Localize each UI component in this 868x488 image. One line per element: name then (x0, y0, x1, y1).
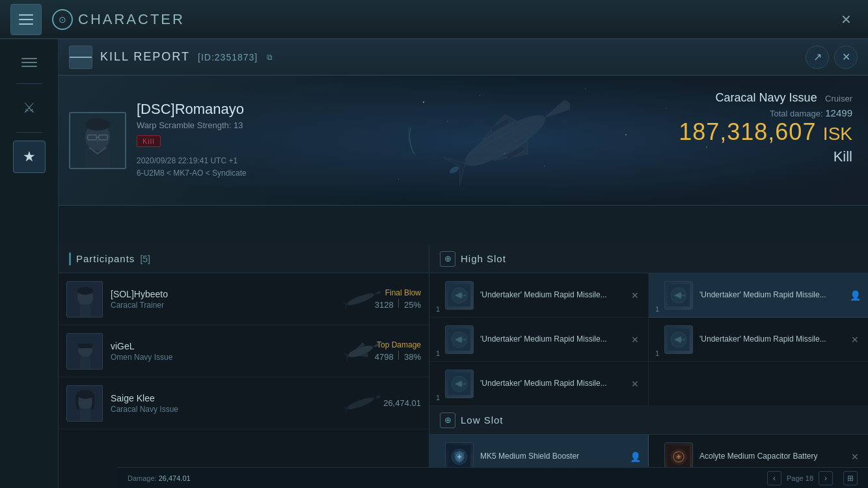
sidebar-divider-1 (16, 83, 42, 84)
participant-row[interactable]: Saige Klee Caracal Navy Issue 26,474.01 (59, 377, 429, 429)
slot-x-2[interactable]: ✕ (629, 333, 642, 346)
participant-avatar-2 (66, 333, 103, 370)
kr-title: KILL REPORT (100, 50, 190, 64)
participant-info-2: viGeL Omen Navy Issue (111, 341, 367, 362)
participants-count: [5] (140, 254, 150, 264)
participants-title: Participants (76, 253, 135, 264)
slot-qty-1r: 1 (655, 305, 659, 313)
participant-stats-1: Final Blow 3128 25% (375, 288, 421, 310)
svg-rect-21 (80, 357, 90, 370)
participant-numbers-1: 3128 25% (375, 299, 421, 310)
pilot-warp: Warp Scramble Strength: 13 (137, 120, 247, 130)
high-slot-item-2[interactable]: 1 'Undertaker' Medium Rapid Missile... ✕ (429, 318, 649, 362)
top-damage-label: Top Damage (375, 340, 421, 349)
high-slot-item-1[interactable]: 1 'Undertaker' Medium Rapid Missile... ✕ (429, 273, 649, 318)
slot-qty-1: 1 (436, 305, 440, 313)
slot-name-2r: 'Undertaker' Medium Rapid Missile... (699, 334, 842, 345)
isk-label: ISK (823, 124, 852, 144)
slot-x-3[interactable]: ✕ (629, 377, 642, 390)
character-icon: ⊙ (52, 9, 73, 30)
participant-row[interactable]: [SOL]Hybeeto Caracal Trainer Final Blow … (59, 273, 429, 325)
page-title: CHARACTER (78, 11, 185, 28)
export-button[interactable]: ↗ (806, 46, 829, 69)
main-panel: KILL REPORT [ID:2351873] ⧉ ↗ ✕ (59, 39, 868, 488)
sidebar-item-favorites[interactable]: ★ (13, 141, 46, 173)
participant-numbers-2: 4798 38% (375, 351, 421, 362)
participant-ship-3: Caracal Navy Issue (111, 405, 375, 414)
participant-numbers-3: 26,474.01 (383, 398, 421, 408)
next-page-button[interactable]: › (819, 471, 833, 485)
slots-panel: ⊕ High Slot 1 (429, 245, 868, 488)
slot-qty-3: 1 (436, 394, 440, 401)
pilot-name: [DSC]Romanayo (137, 101, 247, 118)
low-slot-icon: ⊕ (440, 413, 455, 428)
kr-actions: ↗ ✕ (806, 46, 858, 69)
left-sidebar: ⚔ ★ (0, 39, 59, 488)
participant-info-3: Saige Klee Caracal Navy Issue (111, 393, 375, 414)
high-slot-empty (649, 362, 868, 406)
bottom-bar: Damage: 26,474.01 ‹ Page 18 › ⊞ (117, 467, 868, 488)
high-slot-icon: ⊕ (440, 251, 455, 267)
kr-menu-button[interactable] (69, 46, 92, 69)
missile-icon-2 (445, 325, 474, 354)
slot-x-1[interactable]: ✕ (629, 289, 642, 302)
participant-avatar-3 (66, 385, 103, 422)
kill-report-header: KILL REPORT [ID:2351873] ⧉ ↗ ✕ (59, 39, 868, 75)
prev-page-button[interactable]: ‹ (767, 471, 781, 485)
header-accent (69, 252, 71, 265)
kill-result-label: Kill (679, 148, 852, 165)
main-menu-button[interactable] (10, 4, 42, 35)
kill-stats: Caracal Navy Issue Cruiser Total damage:… (679, 91, 852, 165)
slot-x-2r[interactable]: ✕ (848, 333, 861, 346)
copy-icon[interactable]: ⧉ (267, 53, 273, 62)
svg-rect-27 (80, 409, 90, 422)
participant-name-2: viGeL (111, 341, 367, 351)
slot-qty-2: 1 (436, 349, 440, 357)
slot-qty-2r: 1 (655, 349, 659, 357)
participant-info-1: [SOL]Hybeeto Caracal Trainer (111, 289, 367, 310)
ship-class: Cruiser (825, 94, 852, 103)
high-slot-header: ⊕ High Slot (429, 245, 868, 273)
slot-x-low-1r[interactable]: ✕ (848, 450, 861, 463)
page-label: Page 18 (787, 474, 813, 482)
participant-ship-2: Omen Navy Issue (111, 353, 367, 362)
filter-button[interactable]: ⊞ (843, 471, 858, 485)
slot-name-1r: 'Undertaker' Medium Rapid Missile... (699, 290, 842, 301)
lower-section: Participants [5] [SOL]Hybeeto Caracal Tr… (59, 245, 868, 488)
ship-name: Caracal Navy Issue (716, 91, 817, 104)
ship-display (401, 82, 609, 199)
low-slot-title: Low Slot (461, 414, 504, 426)
high-slot-item-3[interactable]: 1 'Undertaker' Medium Rapid Missile... ✕ (429, 362, 649, 406)
svg-point-3 (85, 118, 110, 130)
sidebar-menu-button[interactable] (13, 49, 46, 75)
slot-name-3: 'Undertaker' Medium Rapid Missile... (480, 378, 622, 389)
close-kr-button[interactable]: ✕ (834, 46, 858, 69)
pilot-avatar (69, 112, 126, 169)
kill-badge: Kill (137, 135, 161, 147)
participant-stats-3: 26,474.01 (383, 398, 421, 408)
final-blow-label: Final Blow (375, 288, 421, 297)
sidebar-item-combat[interactable]: ⚔ (13, 92, 46, 124)
participant-avatar-1 (66, 281, 103, 318)
kill-info-bar: [DSC]Romanayo Warp Scramble Strength: 13… (59, 75, 868, 206)
slot-name-1: 'Undertaker' Medium Rapid Missile... (480, 290, 622, 301)
participant-name-3: Saige Klee (111, 393, 375, 403)
high-slot-item-2r[interactable]: 1 'Undertaker' Medium Rapid Missile... ✕ (649, 318, 868, 362)
pagination: ‹ Page 18 › ⊞ (767, 471, 858, 485)
svg-rect-16 (80, 305, 90, 318)
high-slot-item-1r[interactable]: 1 'Undertaker' Medium Rapid Missile... 👤 (649, 273, 868, 318)
low-slot-name-1r: Acolyte Medium Capacitor Battery (699, 451, 842, 462)
slot-name-2: 'Undertaker' Medium Rapid Missile... (480, 334, 622, 345)
missile-icon-3 (445, 370, 474, 398)
participant-row[interactable]: viGeL Omen Navy Issue Top Damage (59, 325, 429, 377)
svg-point-26 (77, 390, 94, 399)
isk-value: 187,318,607 (679, 118, 816, 145)
participants-header: Participants [5] (59, 245, 429, 273)
low-slot-name-1: MK5 Medium Shield Booster (480, 451, 622, 462)
svg-point-17 (346, 291, 375, 306)
svg-point-28 (346, 395, 375, 411)
kill-datetime: 2020/09/28 22:19:41 UTC +1 6-U2M8 < MK7-… (137, 155, 247, 180)
missile-icon-2r (664, 325, 693, 354)
high-slot-section: ⊕ High Slot 1 (429, 245, 868, 406)
close-window-button[interactable]: ✕ (834, 8, 858, 31)
